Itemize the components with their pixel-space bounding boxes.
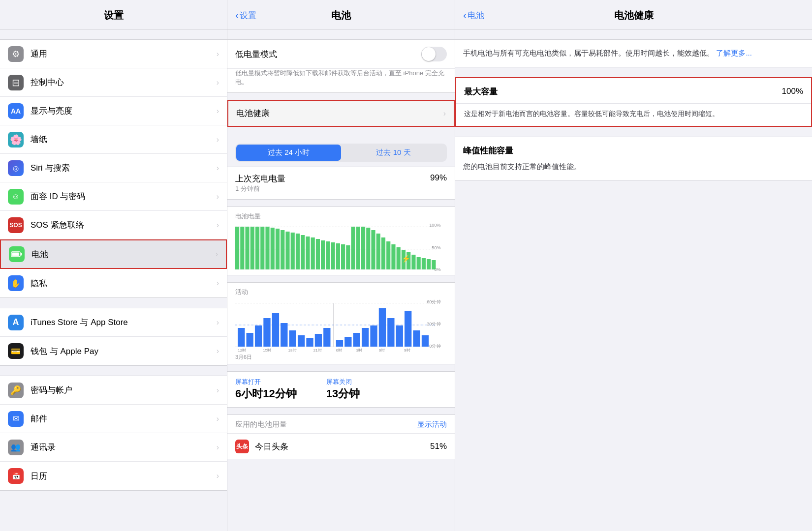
svg-rect-66 [315, 334, 322, 347]
svg-rect-69 [344, 337, 351, 347]
svg-rect-29 [336, 243, 340, 269]
sidebar-item-wallet[interactable]: 💳 钱包 与 Apple Pay › [0, 337, 227, 365]
itunes-chevron: › [217, 318, 219, 327]
svg-rect-40 [391, 244, 395, 269]
svg-rect-64 [298, 335, 305, 347]
sidebar-item-display[interactable]: AA 显示与亮度 › [0, 97, 227, 125]
passwords-chevron: › [217, 386, 219, 395]
itunes-label: iTunes Store 与 App Store [31, 317, 213, 328]
low-power-row: 低电量模式 [227, 40, 455, 69]
svg-rect-62 [281, 323, 287, 347]
sidebar-item-mail[interactable]: ✉ 邮件 › [0, 405, 227, 433]
last-charge-pct: 99% [430, 173, 447, 183]
low-power-toggle[interactable] [421, 47, 447, 61]
svg-rect-38 [381, 237, 385, 269]
svg-rect-21 [296, 234, 300, 269]
svg-rect-65 [306, 338, 313, 347]
svg-text:18时: 18时 [288, 348, 297, 353]
wallpaper-icon: 🌸 [8, 132, 24, 148]
svg-rect-25 [316, 239, 320, 269]
svg-rect-36 [371, 230, 375, 269]
max-capacity-group: 最大容量 100% 这是相对于新电池而言的电池容量。容量较低可能导致充电后，电池… [455, 77, 812, 127]
show-activity-button[interactable]: 显示活动 [417, 420, 447, 429]
svg-rect-2 [12, 253, 19, 256]
sidebar-item-itunes[interactable]: A iTunes Store 与 App Store › [0, 308, 227, 337]
calendar-chevron: › [217, 472, 219, 480]
general-chevron: › [217, 50, 219, 59]
svg-rect-59 [255, 325, 262, 347]
svg-rect-71 [362, 328, 369, 347]
sidebar-item-siri[interactable]: ◎ Siri 与搜索 › [0, 154, 227, 182]
learn-more-link[interactable]: 了解更多... [716, 49, 752, 57]
svg-text:3时: 3时 [356, 348, 363, 353]
screen-off-label: 屏幕关闭 [326, 378, 360, 386]
svg-rect-27 [326, 241, 330, 269]
last-charge-title: 上次充电电量 [235, 173, 285, 184]
segment-tabs: 过去 24 小时 过去 10 天 [235, 144, 447, 162]
battery-health-row[interactable]: 电池健康 › [227, 100, 455, 127]
faceid-icon: ☺ [8, 189, 24, 205]
sidebar-item-general[interactable]: ⚙ 通用 › [0, 40, 227, 68]
svg-rect-47 [427, 259, 431, 269]
svg-rect-10 [240, 227, 244, 269]
tab-10d[interactable]: 过去 10 天 [341, 145, 446, 161]
svg-rect-39 [386, 241, 390, 269]
settings-group-3: 🔑 密码与帐户 › ✉ 邮件 › 👥 通讯录 › 📅 日历 › [0, 376, 227, 491]
svg-rect-17 [276, 229, 280, 269]
svg-rect-26 [321, 240, 325, 269]
mail-chevron: › [217, 414, 219, 423]
app-row-toutiao: 头条 今日头条 51% [227, 434, 455, 459]
health-panel: ‹ 电池 电池健康 手机电池与所有可充电电池类似，属于易耗部件。使用时间越长，能… [455, 0, 812, 531]
sidebar-item-privacy[interactable]: ✋ 隐私 › [0, 269, 227, 297]
svg-rect-41 [397, 247, 401, 269]
contacts-label: 通讯录 [31, 442, 213, 453]
health-row-chevron: › [443, 109, 446, 118]
wallet-icon: 💳 [8, 343, 24, 359]
svg-rect-77 [413, 330, 420, 347]
tab-24h[interactable]: 过去 24 小时 [236, 145, 341, 161]
last-charge-sub: 1 分钟前 [235, 184, 285, 193]
display-icon: AA [8, 103, 24, 119]
mail-icon: ✉ [8, 411, 24, 427]
general-label: 通用 [31, 48, 213, 59]
svg-rect-34 [361, 227, 365, 269]
health-panel-title: 电池健康 [614, 9, 654, 22]
faceid-chevron: › [217, 192, 219, 201]
svg-text:9时: 9时 [404, 348, 410, 353]
settings-panel: 设置 ⚙ 通用 › ⊟ 控制中心 › AA 显示与亮度 › 🌸 墙纸 › ◎ S… [0, 0, 227, 531]
battery-back-button[interactable]: ‹ 设置 [235, 9, 256, 22]
battery-icon [9, 246, 25, 262]
wallet-chevron: › [217, 347, 219, 355]
svg-text:60分钟: 60分钟 [427, 299, 440, 304]
control-label: 控制中心 [31, 77, 213, 88]
peak-title: 峰值性能容量 [463, 145, 804, 156]
health-back-button[interactable]: ‹ 电池 [463, 9, 484, 22]
wallet-label: 钱包 与 Apple Pay [31, 346, 213, 357]
svg-text:12时: 12时 [238, 348, 246, 353]
svg-rect-68 [336, 340, 343, 347]
sidebar-item-calendar[interactable]: 📅 日历 › [0, 462, 227, 490]
svg-rect-72 [370, 325, 377, 347]
battery-back-label: 设置 [240, 10, 256, 21]
sidebar-item-contacts[interactable]: 👥 通讯录 › [0, 433, 227, 462]
svg-rect-73 [379, 308, 386, 347]
screen-on-label: 屏幕打开 [235, 378, 297, 386]
sidebar-item-faceid[interactable]: ☺ 面容 ID 与密码 › [0, 182, 227, 211]
sidebar-item-passwords[interactable]: 🔑 密码与帐户 › [0, 376, 227, 405]
passwords-icon: 🔑 [8, 383, 24, 398]
sidebar-item-control[interactable]: ⊟ 控制中心 › [0, 68, 227, 97]
chart-label: 电池电量 [235, 212, 447, 221]
svg-text:30分钟: 30分钟 [427, 322, 440, 326]
svg-text:100%: 100% [429, 223, 441, 228]
health-header: ‹ 电池 电池健康 [455, 0, 812, 30]
max-capacity-row: 最大容量 100% [456, 78, 811, 104]
svg-text:⚡: ⚡ [402, 254, 410, 263]
svg-rect-37 [376, 234, 380, 269]
date-label: 3月6日 [235, 353, 447, 361]
sidebar-item-sos[interactable]: SOS SOS 紧急联络 › [0, 211, 227, 239]
peak-performance-group: 峰值性能容量 您的电池目前支持正常的峰值性能。 [455, 137, 812, 181]
sidebar-item-wallpaper[interactable]: 🌸 墙纸 › [0, 125, 227, 154]
sidebar-item-battery[interactable]: 电池 › [0, 239, 227, 269]
contacts-icon: 👥 [8, 440, 24, 455]
health-row-label: 电池健康 [236, 108, 443, 119]
